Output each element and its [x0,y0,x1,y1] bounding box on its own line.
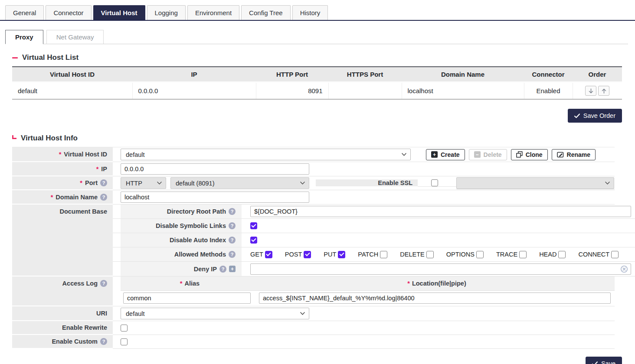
tab-general[interactable]: General [5,5,44,20]
access-log-label: Access Log [62,280,98,287]
label-text: Document Base [59,208,107,215]
clone-button[interactable]: Clone [511,149,548,160]
create-button[interactable]: + Create [426,149,465,160]
field-label: * Virtual Host ID [12,147,113,162]
method-patch-checkbox[interactable] [380,251,387,258]
main-tab-bar: General Connector Virtual Host Logging E… [0,0,635,21]
subtab-net-gateway[interactable]: Net Gateway [46,30,104,44]
field-label: URI [12,306,113,321]
required-marker: * [51,194,53,201]
enable-rewrite-label: Enable Rewrite [62,324,107,331]
method-delete-checkbox[interactable] [426,251,434,258]
method-post-checkbox[interactable] [304,251,311,258]
access-log-location-input[interactable] [259,292,611,304]
enable-ssl-checkbox[interactable] [431,179,438,186]
virtual-host-list-table: Virtual Host ID IP HTTP Port HTTPS Port … [12,66,622,100]
uri-select[interactable]: default [121,308,309,319]
rename-button[interactable]: Rename [552,149,596,160]
save-order-button[interactable]: Save Order [568,109,622,123]
location-header-label: Location(file|pipe) [412,280,466,287]
method-options: OPTIONS [446,251,484,258]
cell-domain-name: localhost [402,82,524,100]
field-label: Deny IP ? + [121,262,242,276]
clone-label: Clone [526,151,543,158]
clear-deny-ip-icon[interactable] [620,265,628,273]
method-label: CONNECT [578,251,609,258]
method-label: DELETE [400,251,424,258]
method-label: PATCH [358,251,378,258]
help-icon[interactable]: ? [219,266,226,273]
enable-custom-checkbox[interactable] [121,338,128,345]
method-label: OPTIONS [446,251,475,258]
add-deny-ip-icon[interactable]: + [229,266,236,272]
deny-ip-input[interactable] [250,263,631,275]
help-icon[interactable]: ? [100,179,107,186]
virtual-host-list-heading: Virtual Host List [12,53,622,62]
chevron-down-icon [157,182,162,185]
access-log-alias-input[interactable] [123,292,251,304]
help-icon[interactable]: ? [100,338,107,345]
delete-label: Delete [484,151,502,158]
tab-config-tree[interactable]: Config Tree [241,5,291,20]
method-trace-checkbox[interactable] [519,251,527,258]
sub-tab-bar: Proxy Net Gateway [5,29,628,44]
help-icon[interactable]: ? [100,280,107,287]
method-put: PUT [324,251,345,258]
method-connect-checkbox[interactable] [611,251,619,258]
section-title: Virtual Host List [22,53,79,62]
method-label: POST [285,251,302,258]
help-icon[interactable]: ? [100,194,107,201]
alias-header-label: Alias [184,280,200,287]
table-header-row: Virtual Host ID IP HTTP Port HTTPS Port … [12,67,622,82]
method-put-checkbox[interactable] [338,251,345,258]
chevron-down-icon [605,182,610,185]
tab-history[interactable]: History [292,5,328,20]
enable-rewrite-checkbox[interactable] [121,325,128,332]
disable-auto-index-label: Disable Auto Index [170,237,226,244]
disable-auto-index-checkbox[interactable] [250,237,257,244]
row-virtual-host-id: * Virtual Host ID default + Create − Del… [12,147,615,162]
subtab-proxy[interactable]: Proxy [5,30,43,44]
method-label: PUT [324,251,336,258]
virtual-host-id-select[interactable]: default [121,149,411,160]
help-icon[interactable]: ? [229,208,236,215]
field-label: Directory Root Path ? [121,205,242,218]
save-button[interactable]: Save [586,357,622,364]
tab-logging[interactable]: Logging [147,5,186,20]
table-row: default 0.0.0.0 8091 localhost Enabled [12,82,622,100]
help-icon[interactable]: ? [229,237,236,244]
row-enable-custom: Enable Custom ? [12,335,615,349]
tab-environment[interactable]: Environment [187,5,239,20]
domain-name-input[interactable] [121,192,309,203]
row-enable-rewrite: Enable Rewrite [12,321,615,335]
ip-input[interactable] [121,163,309,175]
alias-header: * Alias [121,276,259,290]
help-icon[interactable]: ? [229,251,236,258]
row-deny-ip: Deny IP ? + [113,262,635,276]
check-icon [574,114,580,118]
deny-ip-label: Deny IP [194,266,217,273]
field-label: * Domain Name ? [12,190,113,205]
cell-order [573,82,622,100]
method-get-checkbox[interactable] [265,251,272,258]
port-value-select: default (8091) [170,177,309,189]
help-icon[interactable]: ? [229,222,236,229]
directory-root-path-input[interactable] [250,206,631,217]
tab-connector[interactable]: Connector [46,5,91,20]
row-access-log: Access Log ? * Alias * Location(file|pip… [12,276,615,306]
chevron-down-icon [402,153,406,156]
tab-virtual-host[interactable]: Virtual Host [93,5,145,20]
method-head-checkbox[interactable] [558,251,566,258]
selected-value: default (8091) [176,180,214,187]
field-label: Enable Rewrite [12,321,113,335]
move-down-button[interactable] [585,86,596,96]
plus-square-icon: + [431,151,438,158]
required-marker: * [80,179,82,186]
selected-value: HTTP [126,180,142,187]
enable-ssl-label: Enable SSL [316,179,418,187]
method-label: TRACE [496,251,517,258]
disable-symbolic-links-checkbox[interactable] [250,222,257,229]
virtual-host-info-heading: Virtual Host Info [12,134,622,143]
method-options-checkbox[interactable] [476,251,484,258]
move-up-button[interactable] [598,86,609,96]
